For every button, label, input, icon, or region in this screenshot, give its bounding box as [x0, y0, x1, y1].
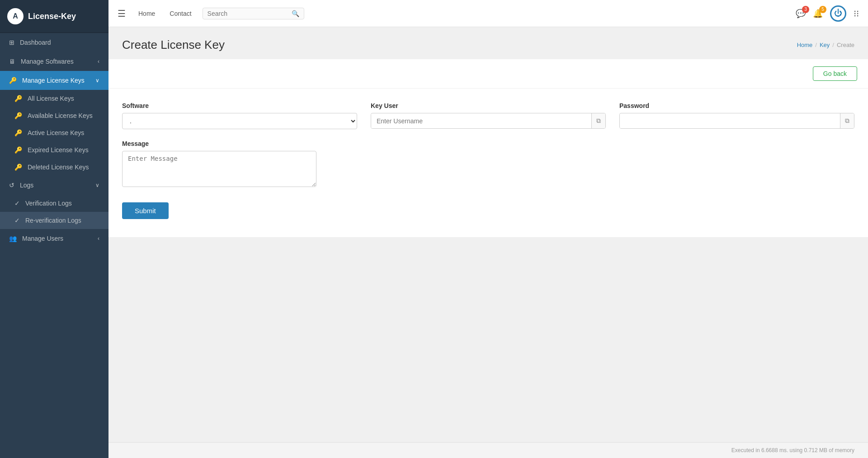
key-green-icon: 🔑 — [14, 129, 22, 136]
chevron-down-icon: ∨ — [95, 77, 99, 84]
messages-icon-btn[interactable]: 💬 3 — [796, 9, 806, 19]
sidebar-label-logs: Logs — [20, 182, 33, 189]
sidebar: A License-Key ⊞ Dashboard 🖥 Manage Softw… — [0, 0, 108, 458]
search-icon[interactable]: 🔍 — [292, 10, 299, 17]
form-row-1: Software . Key User ⧉ Password — [122, 102, 854, 129]
form-card: Go back Software . Key User ⧉ — [108, 59, 868, 237]
hamburger-icon[interactable]: ☰ — [118, 8, 126, 19]
key-red-icon: 🔑 — [14, 164, 22, 171]
page-title: Create License Key — [122, 38, 225, 52]
content-area: Create License Key Home / Key / Create G… — [108, 27, 868, 442]
topbar: ☰ Home Contact 🔍 💬 3 🔔 5 ⏻ ⁝⁝ — [108, 0, 868, 27]
password-input[interactable] — [620, 114, 840, 128]
users-icon: 👥 — [9, 235, 17, 242]
password-input-wrapper: ⧉ — [619, 113, 854, 129]
card-toolbar: Go back — [108, 59, 868, 89]
messages-badge: 3 — [802, 6, 809, 13]
key-yellow-icon: 🔑 — [14, 146, 22, 154]
logo-letter: A — [13, 12, 18, 20]
topbar-right: 💬 3 🔔 5 ⏻ ⁝⁝ — [796, 5, 859, 22]
sidebar-item-logs[interactable]: ↺ Logs ∨ — [0, 176, 108, 195]
sidebar-label-verification-logs: Verification Logs — [25, 200, 72, 207]
form-group-key-user: Key User ⧉ — [371, 102, 606, 129]
form-group-message: Message — [122, 140, 316, 187]
breadcrumb-home[interactable]: Home — [797, 42, 813, 48]
sidebar-label-deleted-license-keys: Deleted License Keys — [28, 164, 89, 171]
sidebar-item-available-license-keys[interactable]: 🔑 Available License Keys — [0, 107, 108, 124]
sidebar-label-dashboard: Dashboard — [20, 39, 51, 46]
sidebar-item-all-license-keys[interactable]: 🔑 All License Keys — [0, 90, 108, 107]
form-group-software: Software . — [122, 102, 357, 129]
sidebar-label-available-license-keys: Available License Keys — [28, 112, 93, 119]
page-header: Create License Key Home / Key / Create — [108, 27, 868, 59]
footer: Executed in 6.6688 ms. using 0.712 MB of… — [108, 442, 868, 458]
chevron-down-logs-icon: ∨ — [95, 182, 99, 188]
key-blue-icon: 🔑 — [14, 112, 22, 119]
footer-text: Executed in 6.6688 ms. using 0.712 MB of… — [731, 447, 854, 453]
dashboard-icon: ⊞ — [9, 39, 14, 46]
nav-contact[interactable]: Contact — [166, 8, 195, 19]
notifications-icon-btn[interactable]: 🔔 5 — [813, 9, 823, 19]
sidebar-item-reverification-logs[interactable]: ✓ Re-verification Logs — [0, 212, 108, 229]
sidebar-label-active-license-keys: Active License Keys — [28, 129, 84, 136]
sidebar-item-dashboard[interactable]: ⊞ Dashboard — [0, 33, 108, 52]
power-icon: ⏻ — [834, 9, 842, 18]
software-select[interactable]: . — [122, 113, 357, 129]
breadcrumb-key[interactable]: Key — [820, 42, 830, 48]
breadcrumb-create: Create — [837, 42, 854, 48]
password-label: Password — [619, 102, 854, 109]
form-area: Software . Key User ⧉ Password — [108, 89, 868, 237]
breadcrumb-sep-1: / — [815, 42, 817, 48]
sidebar-label-expired-license-keys: Expired License Keys — [28, 146, 89, 154]
go-back-button[interactable]: Go back — [813, 66, 857, 81]
sidebar-label-manage-license-keys: Manage License Keys — [22, 77, 85, 84]
sidebar-item-manage-license-keys[interactable]: 🔑 Manage License Keys ∨ — [0, 71, 108, 90]
software-label: Software — [122, 102, 357, 109]
app-name: License-Key — [28, 12, 76, 21]
form-row-2: Message — [122, 140, 854, 187]
grid-menu-icon[interactable]: ⁝⁝ — [854, 8, 859, 19]
key-icon: 🔑 — [9, 77, 17, 84]
chevron-right-users-icon: ‹ — [98, 235, 99, 242]
sidebar-label-reverification-logs: Re-verification Logs — [25, 217, 81, 224]
logo-circle: A — [7, 8, 24, 24]
power-button[interactable]: ⏻ — [830, 5, 846, 22]
sidebar-item-manage-users[interactable]: 👥 Manage Users ‹ — [0, 229, 108, 248]
check-icon: ✓ — [14, 200, 20, 207]
check2-icon: ✓ — [14, 217, 20, 224]
key-user-label: Key User — [371, 102, 606, 109]
search-input[interactable] — [208, 10, 289, 17]
breadcrumb: Home / Key / Create — [797, 42, 854, 48]
copy-icon-password[interactable]: ⧉ — [840, 113, 854, 128]
key-user-input[interactable] — [371, 114, 591, 128]
sidebar-item-verification-logs[interactable]: ✓ Verification Logs — [0, 195, 108, 212]
sidebar-label-all-license-keys: All License Keys — [28, 95, 74, 102]
notifications-badge: 5 — [819, 6, 826, 13]
sidebar-item-expired-license-keys[interactable]: 🔑 Expired License Keys — [0, 141, 108, 159]
key-gray-icon: 🔑 — [14, 95, 22, 102]
monitor-icon: 🖥 — [9, 58, 15, 65]
search-bar: 🔍 — [203, 8, 304, 19]
sidebar-item-deleted-license-keys[interactable]: 🔑 Deleted License Keys — [0, 159, 108, 176]
message-label: Message — [122, 140, 316, 147]
submit-button[interactable]: Submit — [122, 202, 169, 219]
breadcrumb-sep-2: / — [832, 42, 834, 48]
main-area: ☰ Home Contact 🔍 💬 3 🔔 5 ⏻ ⁝⁝ Create Lic… — [108, 0, 868, 458]
sidebar-label-manage-users: Manage Users — [22, 235, 63, 242]
chevron-right-icon: ‹ — [98, 58, 99, 65]
nav-home[interactable]: Home — [135, 8, 159, 19]
message-textarea[interactable] — [122, 151, 316, 187]
sidebar-logo: A License-Key — [0, 0, 108, 33]
sidebar-item-active-license-keys[interactable]: 🔑 Active License Keys — [0, 124, 108, 141]
key-user-input-wrapper: ⧉ — [371, 113, 606, 129]
copy-icon-key-user[interactable]: ⧉ — [591, 113, 605, 128]
form-group-password: Password ⧉ — [619, 102, 854, 129]
sidebar-item-manage-softwares[interactable]: 🖥 Manage Softwares ‹ — [0, 52, 108, 71]
sidebar-label-manage-softwares: Manage Softwares — [21, 58, 74, 65]
history-icon: ↺ — [9, 182, 14, 189]
